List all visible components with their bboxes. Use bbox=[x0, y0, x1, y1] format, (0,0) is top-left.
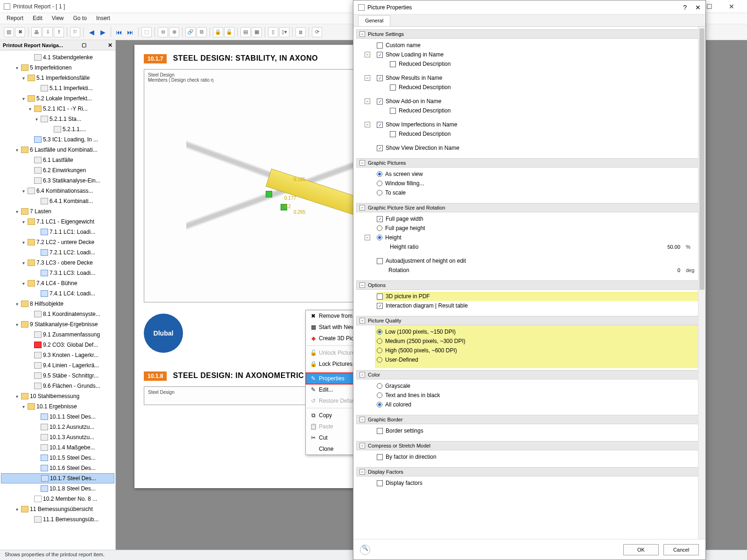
tree-item[interactable]: 6.2 Einwirkungen bbox=[1, 165, 114, 175]
tree-item[interactable]: ▾7.4 LC4 - Bühne bbox=[1, 278, 114, 288]
group-compress[interactable]: −Compress or Stretch Model bbox=[356, 441, 702, 450]
rb-to-scale[interactable] bbox=[377, 190, 382, 196]
tb-export2-icon[interactable]: ⇪ bbox=[54, 27, 64, 37]
cb-show-imperf[interactable] bbox=[377, 122, 383, 128]
cb-3d-picture[interactable] bbox=[377, 294, 383, 300]
refresh-icon[interactable]: ⟳ bbox=[312, 27, 322, 37]
tree-item[interactable]: 7.4.1 LC4: Loadi... bbox=[1, 288, 114, 299]
zoom-out-icon[interactable]: ⊖ bbox=[158, 27, 168, 37]
cb-show-addon[interactable] bbox=[377, 98, 383, 105]
tree-item[interactable]: ▾7.2 LC2 - untere Decke bbox=[1, 237, 114, 247]
nav-prev-icon[interactable]: ◀ bbox=[86, 27, 97, 37]
navigator-close-icon[interactable]: ✕ bbox=[108, 42, 113, 49]
rb-height[interactable] bbox=[377, 235, 382, 240]
cb-custom-name[interactable] bbox=[377, 42, 383, 49]
tree-item[interactable]: 5.1.1 Imperfekti... bbox=[1, 83, 114, 93]
zoom-in-icon[interactable]: ⊕ bbox=[169, 27, 179, 37]
nav-last-icon[interactable]: ⏭ bbox=[125, 27, 135, 37]
group-color[interactable]: −Color bbox=[356, 370, 702, 379]
tree-item[interactable]: ▾10 Stahlbemessung bbox=[1, 391, 114, 401]
tree-item[interactable]: 5.3 IC1: Loading, In ... bbox=[1, 134, 114, 145]
tree-item[interactable]: 6.3 Statikanalyse-Ein... bbox=[1, 175, 114, 186]
cb-display-factors[interactable] bbox=[377, 480, 383, 486]
menu-report[interactable]: Report bbox=[7, 15, 23, 22]
group-quality[interactable]: −Picture Quality bbox=[356, 316, 702, 325]
group-graphic-pictures[interactable]: −Graphic Pictures bbox=[356, 158, 702, 168]
tree-item[interactable]: 7.1.1 LC1: Loadi... bbox=[1, 227, 114, 237]
tree-item[interactable]: 6.4.1 Kombinati... bbox=[1, 196, 114, 206]
tree-item[interactable]: ▾7.3 LC3 - obere Decke bbox=[1, 258, 114, 268]
tree-item[interactable]: 10.1.3 Ausnutzu... bbox=[1, 432, 114, 442]
layout2-icon[interactable]: ▦ bbox=[252, 27, 262, 37]
tree-item[interactable]: 9.4 Linien - Lagerkrä... bbox=[1, 360, 114, 371]
tree-item[interactable]: 11.1 Bemessungsüb... bbox=[1, 514, 114, 525]
page2-icon[interactable]: ▯▾ bbox=[279, 27, 289, 37]
tree-item[interactable]: ▾5.1 Imperfektionsfälle bbox=[1, 73, 114, 83]
rb-quality-medium[interactable] bbox=[377, 338, 382, 344]
tree-item[interactable]: 4.1 Stabendgelenke bbox=[1, 52, 114, 63]
tree-item[interactable]: ▾5.2 Lokale Imperfekt... bbox=[1, 93, 114, 104]
tree-item[interactable]: 6.1 Lastfälle bbox=[1, 155, 114, 165]
note-icon[interactable]: 🗎 bbox=[296, 27, 306, 37]
tree-item[interactable]: ▾7.1 LC1 - Eigengewicht bbox=[1, 217, 114, 227]
rb-black-lines[interactable] bbox=[377, 392, 382, 398]
group-size-rotation[interactable]: −Graphic Picture Size and Rotation bbox=[356, 203, 702, 212]
tb-del-icon[interactable]: ✖ bbox=[15, 27, 25, 37]
tree-item[interactable]: 10.1.7 Steel Des... bbox=[1, 473, 114, 483]
tree-item[interactable]: ▾5 Imperfektionen bbox=[1, 63, 114, 73]
layout1-icon[interactable]: ▤ bbox=[240, 27, 251, 37]
group-options[interactable]: −Options bbox=[356, 280, 702, 290]
tree-item[interactable]: ▾5.2.1 IC1 - -Y Ri... bbox=[1, 104, 114, 114]
cb-interaction[interactable] bbox=[377, 303, 383, 309]
tree-item[interactable]: 8.1 Koordinatensyste... bbox=[1, 309, 114, 319]
tree-item[interactable]: ▾9 Statikanalyse-Ergebnisse bbox=[1, 319, 114, 329]
rb-quality-low[interactable] bbox=[377, 329, 382, 335]
dialog-help-icon[interactable]: ? bbox=[683, 4, 687, 11]
tree-item[interactable]: ▾5.2.1.1 Sta... bbox=[1, 114, 114, 124]
scrollbar-thumb[interactable] bbox=[699, 28, 705, 290]
tree-item[interactable]: 9.6 Flächen - Grunds... bbox=[1, 381, 114, 391]
cb-by-factor[interactable] bbox=[377, 454, 383, 460]
group-display-factors[interactable]: −Display Factors bbox=[356, 467, 702, 476]
group-border[interactable]: −Graphic Border bbox=[356, 415, 702, 424]
tree-item[interactable]: 10.1.4 Maßgebe... bbox=[1, 442, 114, 453]
tb-print-icon[interactable]: 🖶 bbox=[31, 27, 42, 37]
cb-autoadjust[interactable] bbox=[377, 258, 383, 264]
help-button[interactable]: 🔍 bbox=[360, 545, 370, 555]
tree-item[interactable]: ▾10.1 Ergebnisse bbox=[1, 401, 114, 412]
tree-item[interactable]: ▾7 Lasten bbox=[1, 206, 114, 217]
cb-show-viewdir[interactable] bbox=[377, 145, 383, 151]
tree-item[interactable]: 9.1 Zusammenfassung bbox=[1, 329, 114, 340]
cb-reduced-desc-4[interactable] bbox=[390, 131, 396, 137]
rb-window-filling[interactable] bbox=[377, 181, 382, 186]
link-icon[interactable]: 🔗 bbox=[185, 27, 196, 37]
height-ratio-value[interactable]: 50.00 bbox=[667, 244, 683, 250]
menu-insert[interactable]: Insert bbox=[96, 15, 110, 22]
unlink-icon[interactable]: ⧉ bbox=[197, 27, 207, 37]
unlock-icon[interactable]: 🔓 bbox=[224, 27, 234, 37]
tree-item[interactable]: 9.2 CO3: Global Def... bbox=[1, 340, 114, 350]
navigator-tree[interactable]: 4.1 Stabendgelenke▾5 Imperfektionen▾5.1 … bbox=[0, 50, 115, 550]
close-button[interactable]: ✕ bbox=[725, 3, 739, 10]
group-picture-settings[interactable]: −Picture Settings bbox=[356, 29, 702, 39]
tree-item[interactable]: 10.1.6 Steel Des... bbox=[1, 463, 114, 473]
tree-item[interactable]: 10.1.1 Steel Des... bbox=[1, 412, 114, 422]
cb-reduced-desc-1[interactable] bbox=[390, 61, 396, 67]
dialog-scrollbar[interactable] bbox=[698, 27, 705, 539]
tree-item[interactable]: 10.1.2 Ausnutzu... bbox=[1, 422, 114, 432]
menu-goto[interactable]: Go to bbox=[73, 15, 87, 22]
tree-item[interactable]: 10.2 Member No. 8 ... bbox=[1, 494, 114, 504]
cb-full-width[interactable] bbox=[377, 216, 383, 222]
tree-item[interactable]: ▾6.4 Kombinationsass... bbox=[1, 186, 114, 196]
tree-item[interactable]: 5.2.1.1.... bbox=[1, 124, 114, 134]
tb-lang-icon[interactable]: ⚐ bbox=[70, 27, 80, 37]
menu-view[interactable]: View bbox=[52, 15, 64, 22]
tree-item[interactable]: ▾8 Hilfsobjekte bbox=[1, 299, 114, 309]
tree-item[interactable]: 9.5 Stäbe - Schnittgr... bbox=[1, 371, 114, 381]
navigator-float-icon[interactable]: ▢ bbox=[82, 42, 86, 48]
cb-show-results[interactable] bbox=[377, 75, 383, 81]
nav-first-icon[interactable]: ⏮ bbox=[114, 27, 124, 37]
tree-item[interactable]: 10.1.5 Steel Des... bbox=[1, 453, 114, 463]
tb-new-icon[interactable]: ▥ bbox=[4, 27, 14, 37]
tb-select-icon[interactable]: ⬚ bbox=[141, 27, 152, 37]
